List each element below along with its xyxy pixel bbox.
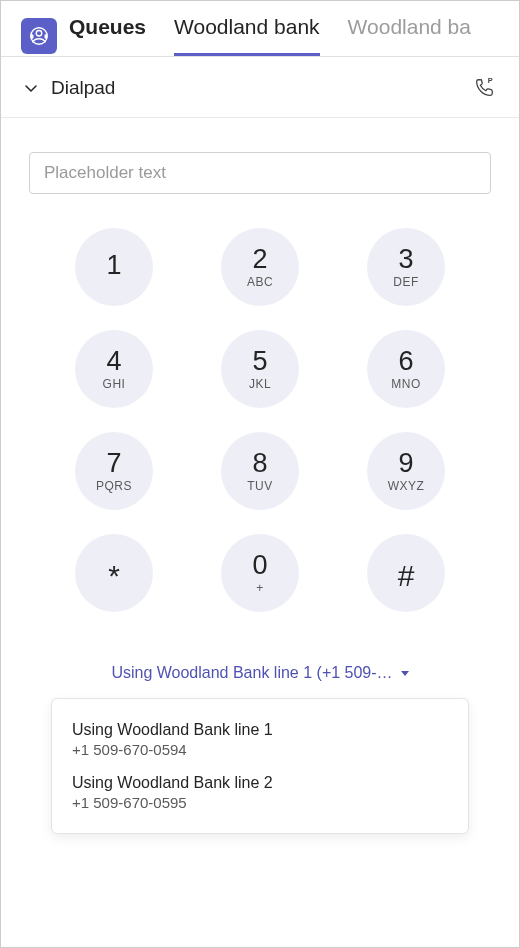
svg-point-1	[36, 30, 42, 36]
key-digit: 2	[252, 246, 267, 273]
key-sub: +	[256, 582, 264, 594]
key-1[interactable]: 1	[75, 228, 153, 306]
dialpad-section-header: Dialpad P	[1, 57, 519, 118]
key-4[interactable]: 4GHI	[75, 330, 153, 408]
key-digit: *	[108, 555, 120, 591]
key-digit: #	[398, 555, 415, 591]
phone-input[interactable]	[29, 152, 491, 194]
park-call-icon[interactable]: P	[473, 77, 495, 99]
line-option-2[interactable]: Using Woodland Bank line 2 +1 509-670-05…	[52, 766, 468, 819]
key-sub: MNO	[391, 378, 421, 390]
tabs: Queues Woodland bank Woodland ba	[69, 15, 471, 56]
line-option-1[interactable]: Using Woodland Bank line 1 +1 509-670-05…	[52, 713, 468, 766]
tab-woodland-bank[interactable]: Woodland bank	[174, 15, 320, 56]
line-option-number: +1 509-670-0594	[72, 741, 448, 758]
line-current-label: Using Woodland Bank line 1 (+1 509-…	[111, 664, 392, 682]
key-8[interactable]: 8TUV	[221, 432, 299, 510]
key-6[interactable]: 6MNO	[367, 330, 445, 408]
key-2[interactable]: 2ABC	[221, 228, 299, 306]
line-selector: Using Woodland Bank line 1 (+1 509-…	[1, 664, 519, 682]
app-icon	[21, 18, 57, 54]
section-title: Dialpad	[51, 77, 115, 99]
key-digit: 5	[252, 348, 267, 375]
caret-down-icon	[401, 671, 409, 676]
header: Queues Woodland bank Woodland ba	[1, 1, 519, 57]
svg-rect-3	[45, 34, 48, 39]
line-dropdown: Using Woodland Bank line 1 +1 509-670-05…	[51, 698, 469, 834]
key-sub: JKL	[249, 378, 271, 390]
line-selector-trigger[interactable]: Using Woodland Bank line 1 (+1 509-…	[111, 664, 408, 682]
tab-woodland-bank-overflow[interactable]: Woodland ba	[348, 15, 471, 56]
key-digit: 8	[252, 450, 267, 477]
key-sub: PQRS	[96, 480, 132, 492]
key-3[interactable]: 3DEF	[367, 228, 445, 306]
key-5[interactable]: 5JKL	[221, 330, 299, 408]
key-sub: DEF	[393, 276, 419, 288]
line-option-title: Using Woodland Bank line 2	[72, 774, 448, 792]
phone-input-wrap	[1, 118, 519, 206]
chevron-down-icon	[23, 80, 39, 96]
key-sub: WXYZ	[388, 480, 425, 492]
key-digit: 6	[398, 348, 413, 375]
key-digit: 7	[106, 450, 121, 477]
key-9[interactable]: 9WXYZ	[367, 432, 445, 510]
key-sub: GHI	[103, 378, 126, 390]
key-digit: 9	[398, 450, 413, 477]
dialpad-expand-toggle[interactable]: Dialpad	[23, 77, 115, 99]
svg-rect-2	[31, 34, 34, 39]
key-sub: ABC	[247, 276, 273, 288]
tab-queues[interactable]: Queues	[69, 15, 146, 56]
line-option-title: Using Woodland Bank line 1	[72, 721, 448, 739]
key-7[interactable]: 7PQRS	[75, 432, 153, 510]
key-digit: 4	[106, 348, 121, 375]
key-hash[interactable]: #	[367, 534, 445, 612]
line-option-number: +1 509-670-0595	[72, 794, 448, 811]
key-0[interactable]: 0+	[221, 534, 299, 612]
key-star[interactable]: *	[75, 534, 153, 612]
keypad: 1 2ABC 3DEF 4GHI 5JKL 6MNO 7PQRS 8TUV 9W…	[1, 206, 519, 622]
svg-text:P: P	[488, 77, 493, 85]
key-sub: TUV	[247, 480, 273, 492]
key-digit: 3	[398, 246, 413, 273]
key-digit: 0	[252, 552, 267, 579]
key-digit: 1	[106, 252, 121, 279]
